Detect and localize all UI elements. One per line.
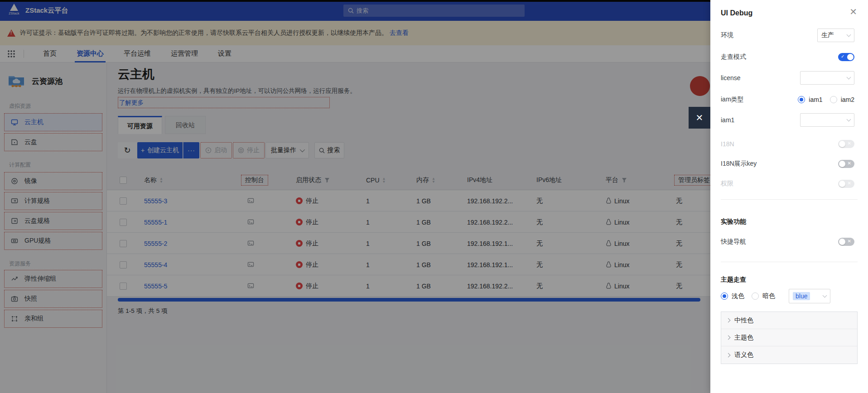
experimental-section-title: 实验功能 bbox=[721, 218, 746, 226]
theme-light-radio[interactable] bbox=[721, 292, 728, 300]
i18n-key-label: I18N展示key bbox=[721, 160, 757, 168]
chevron-down-icon bbox=[847, 75, 851, 80]
iam1-option-label: iam1 bbox=[809, 96, 822, 103]
iam2-radio[interactable] bbox=[830, 96, 837, 103]
theme-dark-label: 暗色 bbox=[762, 292, 775, 300]
iam1-label: iam1 bbox=[721, 116, 734, 124]
color-group-theme[interactable]: 主题色 bbox=[721, 329, 857, 346]
i18n-toggle[interactable]: ✕ bbox=[838, 140, 854, 148]
theme-section-title: 主题走查 bbox=[721, 276, 746, 284]
license-label: license bbox=[721, 74, 741, 81]
chevron-down-icon bbox=[847, 117, 851, 122]
i18n-key-toggle[interactable]: ✕ bbox=[838, 160, 854, 168]
close-icon: ✕ bbox=[696, 112, 704, 123]
license-select[interactable] bbox=[800, 71, 854, 85]
close-icon[interactable]: ✕ bbox=[849, 6, 857, 17]
iam-type-label: iam类型 bbox=[721, 96, 744, 104]
walkthrough-toggle[interactable]: ✓ bbox=[838, 53, 854, 61]
iam1-select[interactable] bbox=[800, 113, 854, 127]
iam2-option-label: iam2 bbox=[841, 96, 854, 103]
divider bbox=[721, 262, 858, 262]
color-group-neutral[interactable]: 中性色 bbox=[721, 312, 857, 329]
drawer-mask[interactable] bbox=[0, 0, 710, 393]
chevron-right-icon bbox=[726, 318, 731, 323]
quick-nav-label: 快捷导航 bbox=[721, 238, 746, 246]
divider bbox=[721, 199, 858, 200]
drawer-close-handle[interactable]: ✕ bbox=[689, 107, 710, 129]
env-select[interactable]: 生产 bbox=[817, 29, 854, 42]
ui-debug-drawer: UI Debug ✕ 环境 生产 走查模式 ✓ license iam类型 ia… bbox=[710, 0, 868, 393]
theme-color-select[interactable]: blue bbox=[789, 289, 830, 303]
theme-light-label: 浅色 bbox=[732, 292, 744, 300]
chevron-down-icon bbox=[847, 33, 851, 37]
perm-label: 权限 bbox=[721, 180, 733, 188]
perm-toggle[interactable]: ✕ bbox=[838, 180, 854, 188]
quick-nav-toggle[interactable]: ✕ bbox=[838, 238, 854, 246]
zstack-app: ZStack ZStack云平台 搜索 许可证提示：基础版平台许可证即将过期。为… bbox=[0, 0, 868, 393]
i18n-label: I18N bbox=[721, 140, 734, 148]
chevron-down-icon bbox=[823, 293, 827, 298]
drawer-title: UI Debug bbox=[721, 9, 752, 17]
chevron-right-icon bbox=[726, 353, 731, 357]
color-group-list: 中性色 主题色 语义色 bbox=[721, 312, 858, 364]
theme-dark-radio[interactable] bbox=[752, 292, 759, 300]
chevron-right-icon bbox=[726, 335, 731, 340]
iam1-radio[interactable] bbox=[798, 96, 805, 103]
env-label: 环境 bbox=[721, 31, 733, 39]
color-group-semantic[interactable]: 语义色 bbox=[721, 346, 857, 364]
walkthrough-label: 走查模式 bbox=[721, 53, 746, 61]
